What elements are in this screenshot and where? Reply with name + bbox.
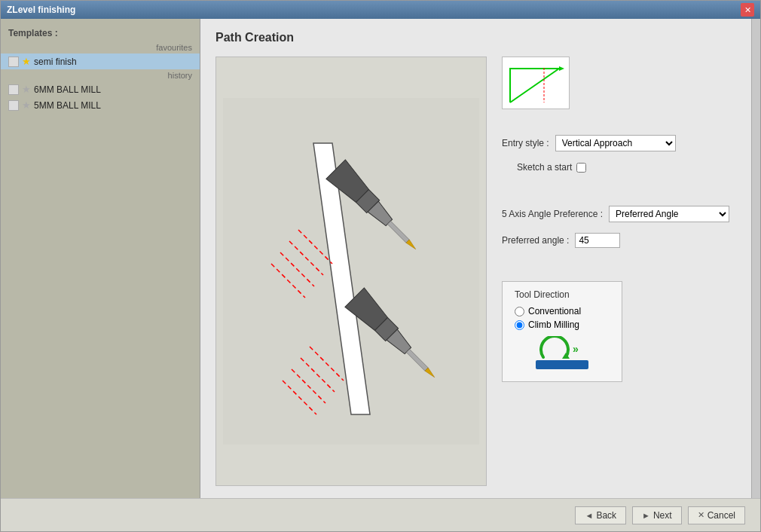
tool-direction-icon-area: » bbox=[515, 336, 610, 374]
axis-angle-select[interactable]: Preferred Angle Fixed Angle Automatic bbox=[609, 206, 729, 222]
star-icon-filled: ★ bbox=[22, 56, 31, 67]
sidebar-item-label-2: 6MM BALL MILL bbox=[34, 84, 101, 95]
title-bar: ZLevel finishing ✕ bbox=[1, 1, 760, 19]
close-button[interactable]: ✕ bbox=[741, 3, 754, 17]
sidebar-item-label: semi finish bbox=[34, 57, 77, 67]
sidebar: Templates : favourites ★ semi finish his… bbox=[1, 19, 200, 498]
footer-bar: ◄ Back ► Next ✕ Cancel bbox=[1, 498, 760, 531]
history-label: history bbox=[1, 69, 200, 81]
sidebar-item-5mm-ball-mill[interactable]: ★ 5MM BALL MILL bbox=[1, 97, 200, 113]
conventional-label: Conventional bbox=[528, 306, 581, 316]
sketch-start-checkbox[interactable] bbox=[576, 163, 586, 173]
panel-body: Entry style : Vertical Approach Horizont… bbox=[215, 57, 736, 486]
preferred-angle-label: Preferred angle : bbox=[502, 235, 569, 246]
scrollbar-right[interactable] bbox=[751, 19, 760, 498]
back-label: Back bbox=[596, 510, 616, 521]
svg-rect-24 bbox=[536, 360, 588, 369]
axis-angle-label: 5 Axis Angle Preference : bbox=[502, 209, 603, 219]
panel-title: Path Creation bbox=[215, 31, 736, 44]
conventional-row: Conventional bbox=[515, 306, 610, 316]
template-icon-3 bbox=[8, 100, 19, 111]
next-button[interactable]: ► Next bbox=[632, 506, 682, 524]
template-icon bbox=[8, 57, 19, 67]
back-icon: ◄ bbox=[585, 511, 593, 520]
sidebar-item-6mm-ball-mill[interactable]: ★ 6MM BALL MILL bbox=[1, 81, 200, 97]
window-title: ZLevel finishing bbox=[7, 5, 75, 15]
illustration-svg bbox=[223, 98, 479, 445]
sketch-start-label: Sketch a start bbox=[517, 162, 572, 173]
content-area: Templates : favourites ★ semi finish his… bbox=[1, 19, 760, 498]
cancel-label: Cancel bbox=[708, 510, 735, 521]
star-icon-empty-2: ★ bbox=[22, 99, 31, 111]
tool-direction-title: Tool Direction bbox=[515, 289, 610, 300]
sketch-start-row: Sketch a start bbox=[517, 162, 736, 173]
climb-milling-radio[interactable] bbox=[515, 320, 524, 330]
illustration-area bbox=[215, 57, 487, 486]
climb-milling-row: Climb Milling bbox=[515, 320, 610, 330]
conventional-radio[interactable] bbox=[515, 307, 524, 316]
sidebar-item-semi-finish[interactable]: ★ semi finish bbox=[1, 54, 200, 69]
star-icon-empty-1: ★ bbox=[22, 84, 31, 95]
axis-angle-row: 5 Axis Angle Preference : Preferred Angl… bbox=[502, 206, 736, 222]
next-label: Next bbox=[653, 510, 672, 521]
main-window: ZLevel finishing ✕ Templates : favourite… bbox=[0, 0, 761, 532]
templates-label: Templates : bbox=[1, 25, 200, 41]
cancel-button[interactable]: ✕ Cancel bbox=[688, 506, 745, 524]
preferred-angle-row: Preferred angle : 45 bbox=[502, 233, 736, 248]
cancel-icon: ✕ bbox=[698, 510, 704, 520]
entry-style-select[interactable]: Vertical Approach Horizontal Approach Pl… bbox=[555, 135, 676, 151]
settings-area: Entry style : Vertical Approach Horizont… bbox=[502, 57, 736, 486]
entry-style-row: Entry style : Vertical Approach Horizont… bbox=[502, 135, 736, 151]
favourites-label: favourites bbox=[1, 41, 200, 54]
svg-text:»: » bbox=[573, 343, 579, 355]
preferred-angle-input[interactable]: 45 bbox=[575, 233, 620, 248]
back-button[interactable]: ◄ Back bbox=[575, 506, 626, 524]
preview-thumbnail bbox=[502, 57, 570, 109]
sidebar-item-label-3: 5MM BALL MILL bbox=[34, 100, 101, 111]
tool-direction-box: Tool Direction Conventional Climb Millin… bbox=[502, 281, 622, 382]
climb-milling-label: Climb Milling bbox=[528, 320, 579, 330]
template-icon-2 bbox=[8, 84, 19, 95]
next-icon: ► bbox=[642, 511, 650, 520]
main-panel: Path Creation bbox=[200, 19, 751, 498]
entry-style-label: Entry style : bbox=[502, 138, 549, 148]
